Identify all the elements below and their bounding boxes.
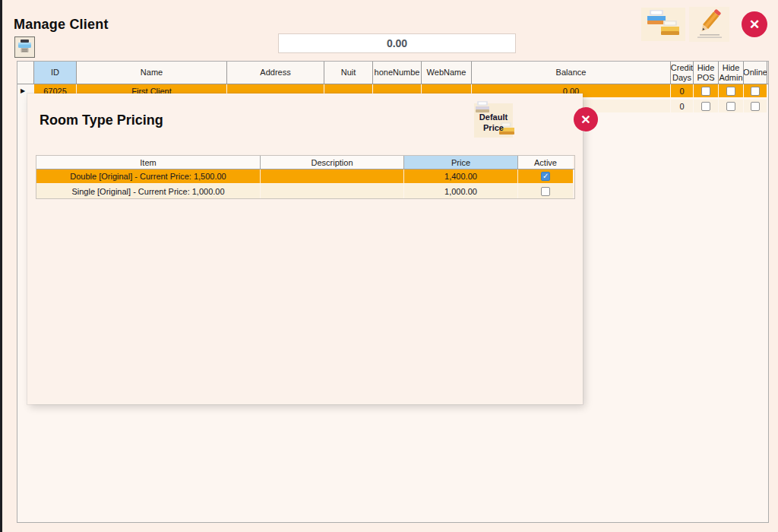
pricing-table: Item Description Price Active Double [Or… bbox=[36, 155, 575, 199]
cell-hide-admin bbox=[719, 100, 744, 112]
pricing-row-selected[interactable]: Double [Original] - Current Price: 1,500… bbox=[36, 169, 574, 184]
close-window-button[interactable]: ✕ bbox=[742, 11, 767, 37]
active-checkbox[interactable] bbox=[541, 172, 550, 181]
pencil-icon bbox=[694, 8, 726, 42]
room-type-pricing-dialog: Room Type Pricing Default Price ✕ Item D… bbox=[27, 93, 583, 404]
header-description[interactable]: Description bbox=[261, 156, 404, 169]
print-button[interactable] bbox=[14, 36, 35, 58]
cell-credit-days[interactable]: 0 bbox=[671, 84, 694, 97]
hide-pos-checkbox[interactable] bbox=[701, 102, 710, 111]
beds-icon bbox=[645, 9, 682, 40]
cell-item[interactable]: Single [Original] - Current Price: 1,000… bbox=[36, 184, 261, 198]
cell-hide-pos bbox=[694, 100, 719, 112]
default-price-button[interactable]: Default Price bbox=[474, 103, 513, 138]
close-icon: ✕ bbox=[580, 112, 590, 127]
cell-description[interactable] bbox=[261, 184, 404, 198]
hide-admin-checkbox[interactable] bbox=[726, 87, 735, 96]
online-checkbox[interactable] bbox=[751, 102, 760, 111]
cell-hide-admin bbox=[719, 84, 744, 97]
room-types-button[interactable] bbox=[641, 8, 685, 41]
cell-online bbox=[744, 84, 767, 97]
header-nuit[interactable]: Nuit bbox=[324, 62, 373, 84]
header-price[interactable]: Price bbox=[404, 156, 518, 169]
header-hide-pos[interactable]: Hide POS bbox=[694, 62, 719, 84]
cell-item[interactable]: Double [Original] - Current Price: 1,500… bbox=[36, 169, 261, 183]
active-checkbox[interactable] bbox=[541, 187, 550, 196]
header-credit-days[interactable]: Credit Days bbox=[671, 62, 694, 84]
header-online[interactable]: Online bbox=[744, 62, 767, 84]
client-grid-header: ID Name Address Nuit honeNumbe WebName B… bbox=[17, 62, 768, 84]
cell-description[interactable] bbox=[261, 169, 404, 183]
online-checkbox[interactable] bbox=[751, 87, 760, 96]
cell-price[interactable]: 1,400.00 bbox=[404, 169, 518, 183]
header-row-selector bbox=[17, 62, 34, 84]
cell-price[interactable]: 1,000.00 bbox=[404, 184, 518, 198]
header-hide-admin[interactable]: Hide Admin bbox=[719, 62, 744, 84]
default-price-label: Default Price bbox=[474, 112, 513, 132]
close-dialog-button[interactable]: ✕ bbox=[574, 107, 598, 131]
header-phonenumber[interactable]: honeNumbe bbox=[373, 62, 422, 84]
pricing-table-header: Item Description Price Active bbox=[36, 156, 574, 169]
header-name[interactable]: Name bbox=[77, 62, 227, 84]
hide-admin-checkbox[interactable] bbox=[726, 102, 735, 111]
page-title: Manage Client bbox=[14, 17, 109, 33]
dialog-title: Room Type Pricing bbox=[40, 112, 163, 128]
hide-pos-checkbox[interactable] bbox=[701, 87, 710, 96]
header-item[interactable]: Item bbox=[36, 156, 261, 169]
header-active[interactable]: Active bbox=[518, 156, 573, 169]
cell-active bbox=[518, 184, 573, 198]
header-address[interactable]: Address bbox=[227, 62, 324, 84]
cell-online bbox=[744, 100, 767, 112]
cell-hide-pos bbox=[694, 84, 719, 97]
edit-button[interactable] bbox=[689, 7, 729, 42]
printer-icon bbox=[17, 39, 32, 56]
header-balance[interactable]: Balance bbox=[472, 62, 671, 84]
pricing-row[interactable]: Single [Original] - Current Price: 1,000… bbox=[36, 184, 574, 198]
header-id[interactable]: ID bbox=[34, 62, 77, 84]
cell-active bbox=[518, 169, 573, 183]
cell-credit-days[interactable]: 0 bbox=[671, 100, 694, 112]
header-webname[interactable]: WebName bbox=[422, 62, 472, 84]
amount-input[interactable] bbox=[278, 33, 516, 53]
window-left-border bbox=[0, 0, 2, 532]
close-icon: ✕ bbox=[749, 17, 760, 33]
